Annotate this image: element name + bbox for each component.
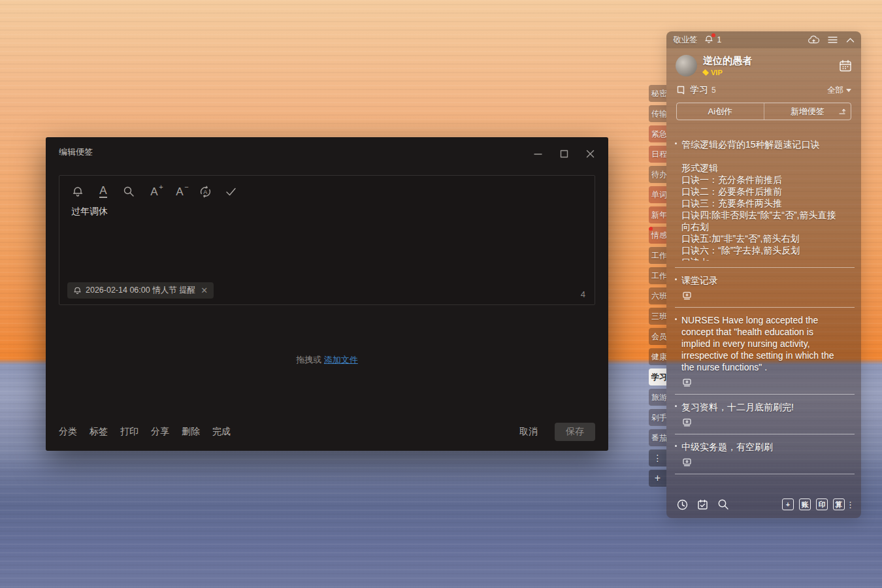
note-item[interactable]: 复习资料，十二月底前刷完! xyxy=(675,395,855,434)
add-file-link[interactable]: 添加文件 xyxy=(324,355,358,365)
collapse-up-icon[interactable] xyxy=(846,37,855,43)
dialog-action[interactable]: 分类 xyxy=(59,426,77,438)
category-tab[interactable]: + xyxy=(649,470,666,487)
category-tab[interactable]: 健康 xyxy=(649,348,666,365)
note-reminder-icon xyxy=(682,378,692,387)
category-tab-label: 学习 xyxy=(651,372,666,382)
category-tab[interactable]: 剁手 xyxy=(649,409,666,426)
maximize-button[interactable] xyxy=(558,148,570,160)
note-bullet xyxy=(675,278,677,280)
category-tab[interactable]: 工作 xyxy=(649,267,666,284)
note-text: 课堂记录 xyxy=(681,274,852,286)
category-tab-label: 情感 xyxy=(651,231,666,240)
category-tab[interactable]: 待办 xyxy=(649,166,666,183)
new-note-button[interactable]: 新增便签 xyxy=(764,103,851,120)
check-icon[interactable] xyxy=(223,184,238,199)
font-style-icon[interactable]: A xyxy=(96,184,110,199)
calendar-icon[interactable] xyxy=(839,59,852,73)
footer-tool-button[interactable]: 账 xyxy=(799,498,811,510)
category-tab-label: 三班 xyxy=(651,312,666,321)
note-item[interactable]: 中级实务题，有空刷刷 xyxy=(675,434,855,474)
category-tab[interactable]: 日程 xyxy=(649,146,666,163)
dialog-action[interactable]: 完成 xyxy=(212,426,231,438)
app-title: 敬业签 xyxy=(673,35,698,46)
attachment-drop-area: 拖拽或 添加文件 xyxy=(46,354,608,366)
note-bullet xyxy=(675,318,677,320)
dialog-action[interactable]: 标签 xyxy=(90,426,108,438)
category-tab[interactable]: 工作 xyxy=(649,247,666,264)
reminder-tag-text: 2026-02-14 06:00 情人节 提醒 xyxy=(86,285,195,296)
note-item[interactable]: 管综逻辑必背的15种解题速记口诀 形式逻辑 口诀一：充分条件前推后 口诀二：必要… xyxy=(675,137,855,268)
dialog-action-bar: 分类标签打印分享删除完成 xyxy=(59,426,231,438)
dialog-action[interactable]: 删除 xyxy=(182,426,200,438)
notes-panel: 敬业签 1 逆位的愚者 VIP 学习 xyxy=(666,31,861,518)
font-increase-icon[interactable]: A+ xyxy=(147,184,161,199)
notification-badge xyxy=(711,33,715,37)
vip-gem-icon xyxy=(702,69,709,76)
remove-reminder-icon[interactable]: ✕ xyxy=(201,286,208,295)
category-tab[interactable]: 番茄 xyxy=(649,429,666,446)
note-editor-area[interactable]: A A+ A− A 过年调休 2026-02-14 06:00 情人节 提醒 ✕… xyxy=(59,175,595,305)
category-tab-label: 单词 xyxy=(651,190,666,199)
category-name[interactable]: 学习 xyxy=(690,84,708,96)
note-content[interactable]: 过年调休 xyxy=(71,206,108,218)
menu-icon[interactable] xyxy=(828,36,838,44)
note-item[interactable]: 课堂记录 xyxy=(675,268,855,308)
todo-calendar-icon[interactable] xyxy=(697,499,708,510)
category-tab-label: 传输 xyxy=(651,109,666,118)
note-item[interactable]: NURSES Have long accepted the concept th… xyxy=(675,308,855,395)
editor-toolbar: A A+ A− A xyxy=(59,176,595,199)
category-tab[interactable]: ⋮ xyxy=(649,449,666,466)
cancel-button[interactable]: 取消 xyxy=(519,426,538,438)
footer-tool-button[interactable]: + xyxy=(782,498,794,510)
category-tab[interactable]: 会员 xyxy=(649,328,666,345)
note-reminder-icon xyxy=(682,417,692,427)
reminder-bell-icon[interactable] xyxy=(71,184,85,199)
dialog-action[interactable]: 分享 xyxy=(151,426,169,438)
caret-down-icon xyxy=(846,89,851,92)
dialog-title: 编辑便签 xyxy=(59,146,93,158)
notification-bell-icon[interactable] xyxy=(704,35,715,45)
category-tab-label: 秘密 xyxy=(651,89,666,98)
footer-more-icon[interactable]: ⋮ xyxy=(846,500,855,510)
category-tab-label: 健康 xyxy=(651,352,666,361)
category-tab[interactable]: 传输 xyxy=(649,105,666,122)
search-notes-icon[interactable] xyxy=(717,498,729,510)
char-count: 4 xyxy=(581,289,585,299)
minimize-button[interactable] xyxy=(532,148,544,160)
category-tab[interactable]: 学习 xyxy=(649,368,666,385)
ai-create-button[interactable]: Ai创作 xyxy=(677,103,764,120)
font-decrease-icon[interactable]: A− xyxy=(172,184,187,199)
category-tab[interactable]: 紧急 xyxy=(649,125,666,142)
category-tab-label: 六班 xyxy=(651,291,666,301)
category-tab[interactable]: 单词 xyxy=(649,186,666,203)
user-name: 逆位的愚者 xyxy=(703,55,752,67)
close-button[interactable] xyxy=(584,148,596,160)
note-reminder-icon xyxy=(682,457,692,467)
new-window-icon[interactable] xyxy=(838,107,846,115)
vip-label: VIP xyxy=(711,69,723,76)
category-tab[interactable]: 六班 xyxy=(649,287,666,304)
note-category-icon xyxy=(676,86,685,95)
category-tab[interactable]: 旅游 xyxy=(649,389,666,406)
time-reminder-icon[interactable] xyxy=(677,499,688,510)
reminder-tag[interactable]: 2026-02-14 06:00 情人节 提醒 ✕ xyxy=(67,282,214,299)
dialog-action[interactable]: 打印 xyxy=(120,426,139,438)
category-tab-label: 番茄 xyxy=(651,433,666,442)
save-button[interactable]: 保存 xyxy=(555,423,595,441)
user-avatar[interactable] xyxy=(676,55,697,76)
svg-text:A: A xyxy=(203,188,207,195)
drag-hint-text: 拖拽或 xyxy=(296,355,324,365)
category-tab-label: 会员 xyxy=(651,332,666,341)
category-tab[interactable]: 新年 xyxy=(649,206,666,223)
search-icon[interactable] xyxy=(122,184,136,199)
cloud-sync-icon[interactable] xyxy=(808,35,819,44)
footer-tool-button[interactable]: 印 xyxy=(816,498,828,510)
footer-tool-button[interactable]: 算 xyxy=(833,498,845,510)
notes-list: 管综逻辑必背的15种解题速记口诀 形式逻辑 口诀一：充分条件前推后 口诀二：必要… xyxy=(675,137,855,492)
filter-dropdown[interactable]: 全部 xyxy=(827,85,851,96)
translate-cycle-icon[interactable]: A xyxy=(198,184,212,199)
category-tab[interactable]: 三班 xyxy=(649,308,666,325)
category-tab[interactable]: 秘密 xyxy=(649,85,666,102)
category-tab[interactable]: 情感 xyxy=(649,227,666,244)
